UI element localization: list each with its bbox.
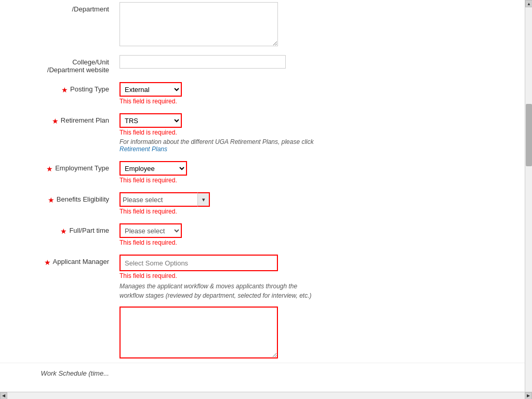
college-unit-label: College/Unit <box>47 58 109 66</box>
retirement-plan-label-col: ★ Retirement Plan <box>10 113 114 127</box>
work-schedule-row: Work Schedule (time... <box>0 363 525 383</box>
posting-type-error: This field is required. <box>119 98 514 105</box>
full-part-time-star: ★ <box>60 227 67 237</box>
applicant-manager-star: ★ <box>44 258 51 268</box>
applicant-manager-error: This field is required. <box>119 272 514 280</box>
applicant-manager-field-col: This field is required. Manages the appl… <box>114 255 514 300</box>
applicant-manager-input[interactable] <box>119 255 278 271</box>
full-part-time-label: Full/Part time <box>69 227 109 234</box>
retirement-plan-label: Retirement Plan <box>61 116 109 124</box>
college-unit-row: College/Unit /Department website <box>0 52 525 78</box>
retirement-plan-select[interactable]: TRS ORP GSEPS <box>119 113 182 128</box>
benefits-select-wrapper: Please select Yes No ▾ <box>119 192 514 207</box>
page-wrapper: ▲ ▼ ◀ ▶ /Department College/Unit /Depart… <box>0 0 532 399</box>
department-label: /Department <box>72 5 109 13</box>
employment-type-row: ★ Employment Type Employee Contractor Te… <box>0 157 525 188</box>
department-textarea[interactable] <box>119 2 278 46</box>
retirement-plans-link[interactable]: Retirement Plans <box>119 145 167 153</box>
large-textarea-label-col <box>10 307 114 310</box>
employment-type-field-col: Employee Contractor Temporary This field… <box>114 161 514 184</box>
department-row: /Department <box>0 0 525 52</box>
work-schedule-label-col: Work Schedule (time... <box>10 366 114 377</box>
retirement-plan-error: This field is required. <box>119 129 514 136</box>
college-unit-input[interactable] <box>119 55 286 69</box>
full-part-time-label-col: ★ Full/Part time <box>10 223 114 237</box>
retirement-plan-info: For information about the different UGA … <box>119 138 327 153</box>
retirement-plan-row: ★ Retirement Plan TRS ORP GSEPS This fie… <box>0 109 525 157</box>
posting-type-star: ★ <box>61 85 68 96</box>
benefits-eligibility-label-col: ★ Benefits Eligibility <box>10 192 114 206</box>
scrollbar-track <box>7 392 525 400</box>
posting-type-row: ★ Posting Type External Internal Both Th… <box>0 78 525 109</box>
work-schedule-label: Work Schedule (time... <box>41 369 110 377</box>
full-part-time-row: ★ Full/Part time Please select Full Time… <box>0 219 525 250</box>
college-unit-label-col: College/Unit /Department website <box>10 55 114 74</box>
college-unit-field-col <box>114 55 514 69</box>
applicant-manager-description: Manages the applicant workflow & moves a… <box>119 282 322 300</box>
employment-type-label: Employment Type <box>55 164 109 172</box>
benefits-eligibility-label: Benefits Eligibility <box>57 195 109 203</box>
college-unit-label2: /Department website <box>47 66 109 74</box>
benefits-eligibility-error: This field is required. <box>119 208 514 215</box>
posting-type-select[interactable]: External Internal Both <box>119 82 182 97</box>
benefits-eligibility-star: ★ <box>48 195 55 206</box>
benefits-eligibility-select[interactable]: Please select Yes No <box>119 192 197 207</box>
employment-type-label-col: ★ Employment Type <box>10 161 114 175</box>
full-part-time-field-col: Please select Full Time Part Time This f… <box>114 223 514 246</box>
scroll-right-arrow[interactable]: ▶ <box>525 392 532 400</box>
full-part-time-select[interactable]: Please select Full Time Part Time <box>119 223 182 238</box>
large-textarea-field-col <box>114 307 514 360</box>
benefits-dropdown-btn[interactable]: ▾ <box>197 192 210 207</box>
employment-type-star: ★ <box>46 164 53 175</box>
retirement-plan-field-col: TRS ORP GSEPS This field is required. Fo… <box>114 113 514 153</box>
full-part-time-error: This field is required. <box>119 239 514 246</box>
posting-type-field-col: External Internal Both This field is req… <box>114 82 514 105</box>
posting-type-label-col: ★ Posting Type <box>10 82 114 96</box>
benefits-eligibility-row: ★ Benefits Eligibility Please select Yes… <box>0 188 525 219</box>
employment-type-error: This field is required. <box>119 177 514 184</box>
scroll-left-arrow[interactable]: ◀ <box>0 392 7 400</box>
department-field-col <box>114 2 514 48</box>
scrollbar-bottom[interactable]: ◀ ▶ <box>0 392 532 399</box>
applicant-manager-row: ★ Applicant Manager This field is requir… <box>0 250 525 304</box>
applicant-manager-label-col: ★ Applicant Manager <box>10 255 114 268</box>
content-area: /Department College/Unit /Department web… <box>0 0 525 392</box>
large-textarea-row <box>0 304 525 364</box>
employment-type-select[interactable]: Employee Contractor Temporary <box>119 161 187 176</box>
posting-type-label: Posting Type <box>70 85 109 93</box>
scrollbar-right[interactable]: ▲ ▼ <box>525 0 532 399</box>
retirement-plan-star: ★ <box>52 116 59 127</box>
large-textarea[interactable] <box>119 307 278 358</box>
applicant-manager-label: Applicant Manager <box>53 258 109 265</box>
scrollbar-thumb[interactable] <box>526 104 532 166</box>
department-label-col: /Department <box>10 2 114 13</box>
benefits-eligibility-field-col: Please select Yes No ▾ This field is req… <box>114 192 514 215</box>
